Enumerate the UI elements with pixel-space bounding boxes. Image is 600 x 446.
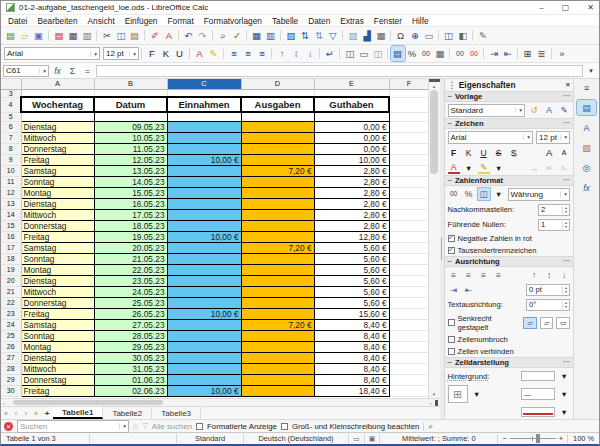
scroll-down-icon[interactable]: ▾ — [433, 390, 436, 398]
cell-wochentag[interactable]: Freitag — [21, 231, 94, 242]
strikethrough-icon[interactable]: S — [493, 147, 505, 159]
currency-format-icon[interactable]: ▤ — [391, 46, 405, 61]
row-number[interactable]: 26 — [1, 341, 21, 352]
currency-format-icon[interactable]: ◫ — [478, 188, 490, 200]
cell-einnahmen[interactable] — [167, 242, 241, 253]
cell-empty[interactable] — [389, 165, 429, 176]
shadow-icon[interactable]: S — [508, 147, 520, 159]
scroll-up-icon[interactable]: ▴ — [433, 82, 436, 90]
cell-empty[interactable] — [389, 121, 429, 132]
formatted-display-checkbox[interactable] — [196, 423, 203, 430]
align-left-icon[interactable]: ≡ — [448, 269, 460, 281]
cell-einnahmen[interactable] — [167, 165, 241, 176]
cell-wochentag[interactable]: Samstag — [21, 165, 94, 176]
cell-empty[interactable] — [389, 220, 429, 231]
scroll-right-icon[interactable]: › — [430, 400, 432, 406]
row-number[interactable]: 17 — [1, 242, 21, 253]
align-right-icon[interactable]: ≡ — [478, 269, 490, 281]
cell-guthaben[interactable]: 8,40 € — [314, 352, 389, 363]
search-input[interactable]: Suchen — [17, 420, 129, 433]
cell-ausgaben[interactable] — [241, 198, 314, 209]
highlight-color-icon[interactable]: ✎ — [478, 162, 490, 174]
cell-ausgaben[interactable]: 7,20 € — [241, 319, 314, 330]
align-left-icon[interactable]: ≡ — [227, 46, 241, 61]
percent-format-icon[interactable]: % — [405, 46, 419, 61]
cell-ausgaben[interactable] — [241, 209, 314, 220]
cell-empty[interactable] — [389, 209, 429, 220]
cell-einnahmen[interactable] — [167, 297, 241, 308]
minimize-icon[interactable]: – — [539, 3, 543, 12]
cell-guthaben[interactable]: 8,40 € — [314, 374, 389, 385]
cell-einnahmen[interactable]: 10,00 € — [167, 231, 241, 242]
export-pdf-icon[interactable]: ▤ — [52, 28, 66, 43]
borders-icon[interactable]: ⊞ — [521, 46, 535, 61]
cell-empty[interactable] — [314, 112, 389, 121]
cell-ausgaben[interactable] — [241, 253, 314, 264]
match-case-checkbox[interactable] — [281, 423, 288, 430]
cell-einnahmen[interactable] — [167, 286, 241, 297]
cell-einnahmen[interactable] — [167, 341, 241, 352]
underline-icon[interactable]: U — [478, 147, 490, 159]
more-options-icon[interactable]: ⋯ — [563, 257, 570, 265]
menu-item[interactable]: Format — [163, 15, 199, 26]
sheet-tab-tabelle3[interactable]: Tabelle3 — [152, 407, 201, 419]
clone-formatting-icon[interactable]: ✐ — [148, 28, 162, 43]
font-size-combo[interactable]: 12 pt — [103, 47, 139, 60]
cell-empty[interactable] — [389, 198, 429, 209]
cell-einnahmen[interactable] — [167, 187, 241, 198]
special-character-icon[interactable]: Ω — [394, 28, 408, 43]
font-color-icon[interactable]: A — [193, 46, 207, 61]
sort-icon[interactable]: ▨ — [284, 28, 298, 43]
cell-guthaben[interactable]: 10,00 € — [314, 154, 389, 165]
leading-zeros-field[interactable]: 1 — [538, 219, 570, 231]
cell-empty[interactable] — [389, 308, 429, 319]
negative-red-checkbox[interactable]: ✓ — [448, 235, 455, 242]
increase-indent-icon[interactable]: ⇥ — [448, 284, 460, 296]
row-number[interactable]: 16 — [1, 231, 21, 242]
thousands-separator-checkbox[interactable]: ✓ — [448, 247, 455, 254]
cell-wochentag[interactable]: Freitag — [21, 308, 94, 319]
row-number[interactable]: 22 — [1, 297, 21, 308]
cell-datum[interactable]: 24.05.23 — [94, 286, 167, 297]
insert-chart-icon[interactable]: ▟ — [360, 28, 374, 43]
cell-ausgaben[interactable] — [241, 341, 314, 352]
cell-ausgaben[interactable] — [241, 231, 314, 242]
orientation-field[interactable]: 0° — [526, 299, 570, 311]
cell-ausgaben[interactable] — [241, 220, 314, 231]
row-number[interactable]: 24 — [1, 319, 21, 330]
sort-descending-icon[interactable]: ⇅ — [312, 28, 326, 43]
sidebar-menu-icon[interactable]: ≡ — [577, 80, 596, 95]
section-vorlage[interactable]: − Vorlage ⋯ — [445, 91, 574, 102]
cell-empty[interactable] — [241, 112, 314, 121]
more-options-icon[interactable]: ⋯ — [563, 119, 570, 127]
center-vertically-icon[interactable]: ↕ — [289, 46, 303, 61]
selection-mode-icon[interactable]: ▭ — [349, 435, 364, 443]
cell-guthaben[interactable]: 5,60 € — [314, 242, 389, 253]
cell-empty[interactable] — [389, 253, 429, 264]
pivot-table-icon[interactable]: ▦ — [374, 28, 388, 43]
cell-wochentag[interactable]: Freitag — [21, 154, 94, 165]
cell-einnahmen[interactable] — [167, 253, 241, 264]
cell-empty[interactable] — [94, 112, 167, 121]
cell-wochentag[interactable]: Mittwoch — [21, 132, 94, 143]
cell-datum[interactable]: 19.05.23 — [94, 231, 167, 242]
bold-icon[interactable]: F — [448, 147, 460, 159]
zoom-slider[interactable]: − + — [498, 434, 567, 443]
cell-guthaben[interactable]: 2,80 € — [314, 198, 389, 209]
row-number[interactable]: 23 — [1, 308, 21, 319]
maximize-icon[interactable]: ▢ — [562, 3, 570, 12]
page-style[interactable]: Standard — [177, 434, 243, 443]
menu-item[interactable]: Ansicht — [83, 15, 120, 26]
character-spacing-icon[interactable]: ↔ — [528, 162, 540, 174]
cell-wochentag[interactable]: Mittwoch — [21, 286, 94, 297]
paste-icon[interactable]: ▤ — [128, 28, 142, 43]
cell-empty[interactable] — [389, 89, 429, 97]
cell-ausgaben[interactable] — [241, 132, 314, 143]
cell-einnahmen[interactable] — [167, 264, 241, 275]
cell-empty[interactable] — [167, 89, 241, 97]
print-preview-icon[interactable]: ▥ — [80, 28, 94, 43]
decimal-places-field[interactable]: 2 — [538, 204, 570, 216]
cell-guthaben[interactable]: 5,60 € — [314, 275, 389, 286]
row-number[interactable]: 20 — [1, 275, 21, 286]
more-options-icon[interactable]: ⋯ — [563, 176, 570, 184]
